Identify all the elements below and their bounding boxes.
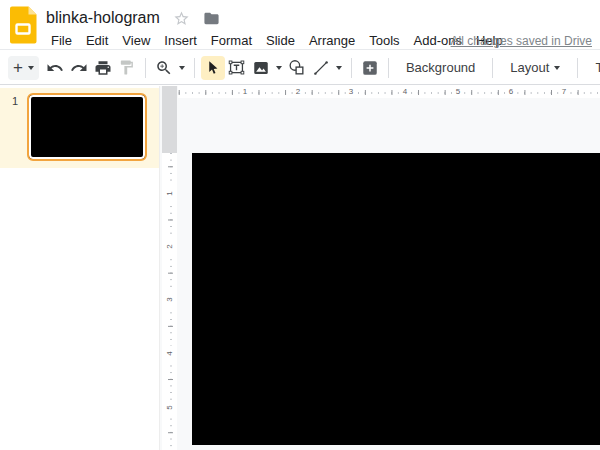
- chevron-down-icon: [276, 66, 282, 70]
- layout-button[interactable]: Layout: [499, 56, 571, 80]
- menu-item-slide[interactable]: Slide: [259, 31, 302, 50]
- ruler-number: 5: [165, 400, 174, 415]
- star-icon[interactable]: [173, 10, 190, 27]
- menu-item-arrange[interactable]: Arrange: [302, 31, 362, 50]
- comment-icon: [361, 59, 379, 77]
- ruler-number: 1: [165, 186, 174, 201]
- menu-item-tools[interactable]: Tools: [362, 31, 406, 50]
- zoom-dropdown-button[interactable]: [176, 56, 188, 80]
- layout-button-label: Layout: [510, 60, 549, 75]
- ruler-number: 4: [165, 346, 174, 361]
- line-icon: [312, 59, 330, 77]
- print-button[interactable]: [91, 56, 115, 80]
- save-status-link[interactable]: All changes saved in Drive: [451, 34, 592, 48]
- zoom-icon: [155, 59, 173, 77]
- menu-item-edit[interactable]: Edit: [79, 31, 115, 50]
- chevron-down-icon: [28, 66, 34, 70]
- slide-filmstrip: 1: [0, 86, 160, 450]
- title-row: blinka-hologram: [46, 8, 220, 28]
- insert-comment-button[interactable]: [358, 56, 382, 80]
- select-tool-button[interactable]: [201, 56, 225, 80]
- background-button[interactable]: Background: [395, 56, 486, 80]
- editing-canvas: 1 2 3 4 5 6 7 1 2 3 4 5: [160, 86, 600, 450]
- redo-button[interactable]: [67, 56, 91, 80]
- ruler-number: 6: [507, 87, 515, 97]
- theme-button[interactable]: Theme: [584, 56, 600, 80]
- move-to-folder-icon[interactable]: [203, 10, 220, 27]
- image-icon: [252, 59, 270, 77]
- plus-icon: +: [13, 59, 23, 76]
- slide-thumbnail[interactable]: [27, 93, 147, 161]
- new-slide-button[interactable]: +: [8, 56, 39, 80]
- undo-icon: [46, 59, 64, 77]
- background-button-label: Background: [406, 60, 475, 75]
- ruler-number: 2: [294, 87, 302, 97]
- slide-canvas[interactable]: [192, 153, 600, 445]
- menu-item-view[interactable]: View: [115, 31, 157, 50]
- toolbar-divider: [351, 58, 352, 78]
- ruler-number: 5: [454, 87, 462, 97]
- google-slides-logo-icon[interactable]: [9, 6, 37, 44]
- chevron-down-icon: [336, 66, 342, 70]
- toolbar-divider: [145, 58, 146, 78]
- cursor-arrow-icon: [204, 59, 222, 77]
- theme-button-label: Theme: [595, 60, 600, 75]
- toolbar-divider: [577, 58, 578, 78]
- menu-item-file[interactable]: File: [44, 31, 79, 50]
- paint-format-button[interactable]: [115, 56, 139, 80]
- ruler-corner-block: [162, 86, 177, 153]
- toolbar-divider: [388, 58, 389, 78]
- menu-item-insert[interactable]: Insert: [157, 31, 204, 50]
- paint-format-icon: [118, 59, 135, 76]
- menubar: File Edit View Insert Format Slide Arran…: [44, 31, 510, 50]
- filmstrip-slide-row-selected[interactable]: 1: [0, 88, 159, 168]
- redo-icon: [70, 59, 88, 77]
- toolbar-divider: [492, 58, 493, 78]
- line-tool-button[interactable]: [309, 56, 333, 80]
- print-icon: [94, 59, 112, 77]
- chevron-down-icon: [179, 66, 185, 70]
- ruler-number: 2: [165, 239, 174, 254]
- chevron-down-icon: [554, 66, 560, 70]
- undo-button[interactable]: [43, 56, 67, 80]
- content-area: 1 1 2 3 4 5 6 7 1 2 3 4 5: [0, 86, 600, 450]
- zoom-button[interactable]: [152, 56, 176, 80]
- shape-icon: [287, 58, 306, 77]
- ruler-number: 3: [165, 292, 174, 307]
- toolbar-divider: [194, 58, 195, 78]
- google-slides-window: blinka-hologram File Edit View Insert Fo…: [0, 0, 600, 450]
- menu-item-format[interactable]: Format: [204, 31, 259, 50]
- shape-button[interactable]: [285, 56, 309, 80]
- ruler-number: 4: [401, 87, 409, 97]
- vertical-ruler: 1 2 3 4 5: [162, 86, 177, 450]
- ruler-number: 1: [241, 87, 249, 97]
- ruler-number: 3: [347, 87, 355, 97]
- insert-image-button[interactable]: [249, 56, 273, 80]
- line-dropdown-button[interactable]: [333, 56, 345, 80]
- ruler-number: 7: [560, 87, 568, 97]
- horizontal-ruler: 1 2 3 4 5 6 7: [178, 86, 600, 98]
- toolbar: +: [0, 51, 600, 85]
- slide-number: 1: [12, 95, 18, 107]
- text-box-button[interactable]: [225, 56, 249, 80]
- document-title[interactable]: blinka-hologram: [46, 9, 160, 27]
- text-box-icon: [227, 58, 246, 77]
- header: blinka-hologram File Edit View Insert Fo…: [0, 0, 600, 50]
- image-dropdown-button[interactable]: [273, 56, 285, 80]
